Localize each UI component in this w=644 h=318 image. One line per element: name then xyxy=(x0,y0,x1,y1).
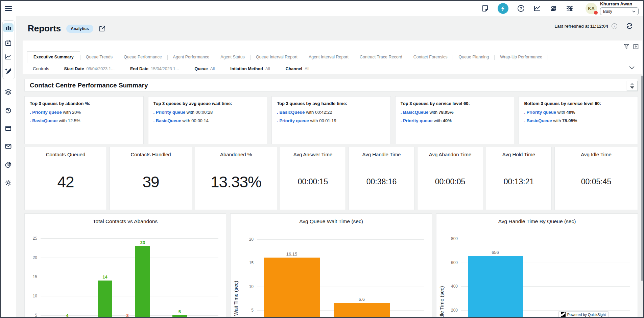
step-up-icon[interactable] xyxy=(630,83,634,85)
tab-queue-trends[interactable]: Queue Trends xyxy=(80,52,118,63)
tab-agent-interval-report[interactable]: Agent Interval Report xyxy=(303,52,354,63)
kpi-avg-abandon-time[interactable]: Avg Abandon Time00:00:05 xyxy=(417,147,483,210)
history-clock-icon[interactable] xyxy=(5,107,12,114)
info-icon[interactable]: i xyxy=(612,23,617,29)
control-intiation-method[interactable]: Intiation MethodAll xyxy=(230,67,270,71)
vertical-scrollbar[interactable] xyxy=(641,76,643,317)
scroll-stepper[interactable] xyxy=(627,81,638,91)
applications-window-icon[interactable] xyxy=(5,125,12,132)
kpi-avg-handle-time[interactable]: Avg Handle Time00:38:16 xyxy=(349,147,414,210)
bar-value-label: 4 xyxy=(55,313,79,317)
preferences-sliders-icon[interactable] xyxy=(566,5,573,12)
main-content: Reports Analytics Last refreshed at 11:1… xyxy=(16,16,643,317)
kpi-cards-row: Contacts Queued42Contacts Handled39Aband… xyxy=(24,147,638,210)
bar[interactable] xyxy=(98,281,112,317)
analytics-badge: Analytics xyxy=(66,25,93,33)
kpi-avg-hold-time[interactable]: Avg Hold Time00:13:21 xyxy=(486,147,552,210)
tab-executive-summary[interactable]: Executive Summary xyxy=(27,51,80,63)
tab-queue-performance[interactable]: Queue Performance xyxy=(118,52,167,63)
kpi-avg-answer-time[interactable]: Avg Answer Time00:00:15 xyxy=(280,147,346,210)
bar[interactable] xyxy=(468,256,523,317)
bar[interactable] xyxy=(135,246,150,317)
chart-card-2[interactable]: Powered by QuickSight Avg Handle Time By… xyxy=(436,213,638,317)
insight-card: Top 3 queues by avg queue wait time:. Pr… xyxy=(148,96,267,144)
insight-item: . BasicQueue with 00:42:22 xyxy=(277,109,385,115)
controls-row: Controls Start Date09/04/2023 1...End Da… xyxy=(23,63,642,74)
help-icon[interactable]: ? xyxy=(517,5,525,12)
insight-value: 78.05% xyxy=(562,118,577,123)
kpi-label: Contacts Queued xyxy=(46,152,86,157)
kpi-value: 39 xyxy=(142,157,159,210)
dashboards-bar-chart-icon[interactable] xyxy=(5,24,12,31)
metrics-icon[interactable] xyxy=(533,5,541,12)
notes-icon[interactable] xyxy=(481,5,489,12)
tab-agent-performance[interactable]: Agent Performance xyxy=(168,52,215,63)
queue-link[interactable]: . BasicQueue xyxy=(153,118,181,123)
insight-card: Bottom 3 queues by service level 60:. Pr… xyxy=(519,96,638,144)
authoring-brush-icon[interactable] xyxy=(5,68,12,75)
insights-pie-chart-icon[interactable] xyxy=(5,161,12,168)
gridline xyxy=(461,239,630,239)
status-dropdown[interactable]: Busy xyxy=(600,7,639,15)
control-label: Intiation Method xyxy=(230,67,263,71)
kpi-value: 42 xyxy=(57,157,74,210)
kpi-value: 00:13:21 xyxy=(504,157,534,210)
tab-contract-trace-record[interactable]: Contract Trace Record xyxy=(354,52,408,63)
datasets-layers-icon[interactable] xyxy=(5,88,12,96)
collapse-chevron-icon[interactable] xyxy=(629,66,635,69)
line-chart-icon[interactable] xyxy=(5,53,12,60)
queue-link[interactable]: . BasicQueue xyxy=(401,110,428,115)
bar-value-label: 16.15 xyxy=(280,251,304,257)
mail-icon[interactable] xyxy=(5,143,12,150)
kpi-avg-idle-time[interactable]: Avg Idle Time00:05:45 xyxy=(554,147,638,210)
bar-value-label: 5 xyxy=(168,309,191,314)
tab-contact-forensics[interactable]: Contact Forensics xyxy=(408,52,453,63)
chart-card-0[interactable]: Total Contacts vs Abandons25201510541432… xyxy=(24,213,226,317)
kpi-value: 00:00:05 xyxy=(435,157,466,210)
bar[interactable] xyxy=(264,258,320,317)
hamburger-menu-icon[interactable] xyxy=(1,6,16,11)
bar-value-label: 14 xyxy=(93,274,117,280)
queue-link[interactable]: . Priority queue xyxy=(153,110,186,115)
kpi-label: Avg Hold Time xyxy=(502,152,535,157)
settings-gear-icon[interactable] xyxy=(5,179,12,186)
tab-wrap-up-performance[interactable]: Wrap-Up Performance xyxy=(495,52,548,63)
y-axis-label: Avg Queue Wait Time (sec) xyxy=(233,281,239,317)
chart-card-1[interactable]: Avg Queue Wait Time (sec)201510516.156.6… xyxy=(230,213,432,317)
queue-link[interactable]: . BasicQueue xyxy=(30,118,57,123)
control-end-date[interactable]: End Date15/04/2023 1... xyxy=(130,67,179,71)
external-link-icon[interactable] xyxy=(99,25,105,32)
kpi-label: Contacts Handled xyxy=(130,152,171,157)
tab-separator xyxy=(548,55,548,60)
queue-link[interactable]: . Priority queue xyxy=(524,110,556,115)
app-window: ? KA Khurram Awan Busy xyxy=(0,0,644,318)
step-down-icon[interactable] xyxy=(630,86,634,89)
contacts-icon[interactable] xyxy=(550,5,557,12)
tab-queue-planning[interactable]: Queue Planning xyxy=(453,52,494,63)
quick-flash-icon[interactable] xyxy=(498,3,508,14)
kpi-contacts-handled[interactable]: Contacts Handled39 xyxy=(110,147,192,210)
insight-item: . Priority queue with 00:00:28 xyxy=(153,109,262,115)
tab-agent-status[interactable]: Agent Status xyxy=(215,52,250,63)
kpi-contacts-queued[interactable]: Contacts Queued42 xyxy=(24,147,107,210)
bar[interactable] xyxy=(334,303,390,317)
kpi-abandoned-[interactable]: Abandoned %13.33% xyxy=(195,147,277,210)
control-channel[interactable]: ChannelAll xyxy=(286,67,309,71)
queue-link[interactable]: . Priority queue xyxy=(277,118,309,123)
queue-link[interactable]: . BasicQueue xyxy=(277,110,305,115)
insight-card: Top 3 queues by abandon %:. Priority que… xyxy=(24,96,144,144)
queue-link[interactable]: . BasicQueue xyxy=(524,118,552,123)
filter-funnel-icon[interactable] xyxy=(624,44,629,49)
calendar-icon[interactable] xyxy=(5,39,12,47)
user-avatar[interactable]: KA xyxy=(586,3,597,14)
export-icon[interactable] xyxy=(633,44,639,49)
refresh-icon[interactable] xyxy=(626,23,633,29)
insight-card-title: Top 3 queues by abandon %: xyxy=(30,101,138,106)
queue-link[interactable]: . Priority queue xyxy=(30,110,62,115)
queue-link[interactable]: . Priority queue xyxy=(401,118,433,123)
control-queue[interactable]: QueueAll xyxy=(194,67,215,71)
tab-queue-interval-report[interactable]: Queue Interval Report xyxy=(251,52,303,63)
bar[interactable] xyxy=(172,315,187,317)
scrollbar-thumb[interactable] xyxy=(641,76,643,281)
control-start-date[interactable]: Start Date09/04/2023 1... xyxy=(64,67,114,71)
